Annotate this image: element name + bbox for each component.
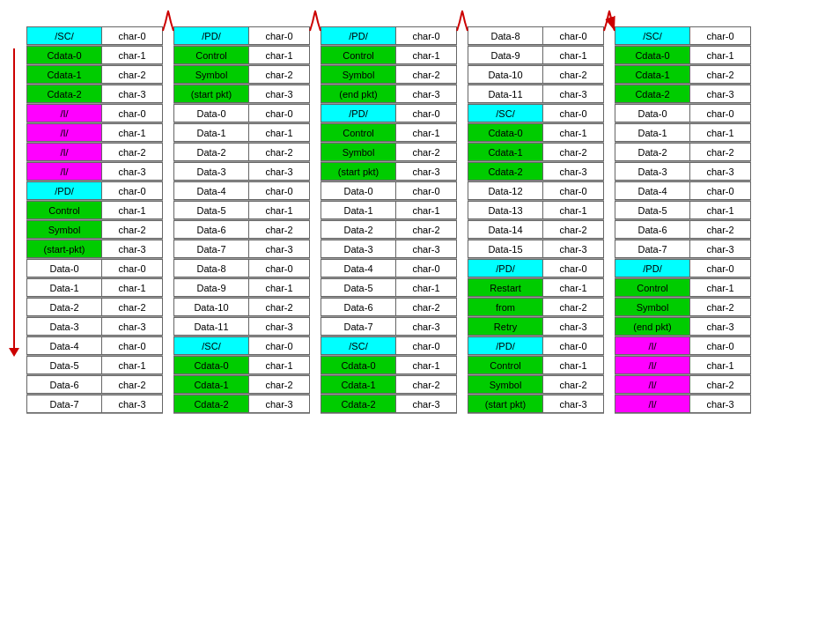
table-row: Data-7char-3 bbox=[26, 395, 163, 414]
cell-left: Symbol bbox=[615, 298, 689, 316]
cell-right: char-0 bbox=[542, 336, 604, 355]
table-row: Controlchar-1 bbox=[321, 46, 457, 65]
cell-left: Cdata-2 bbox=[468, 162, 542, 181]
table-row: (end pkt)char-3 bbox=[615, 317, 751, 336]
table-row: /I/char-1 bbox=[26, 123, 163, 143]
table-row: Data-6char-2 bbox=[321, 298, 457, 317]
cell-left: Data-7 bbox=[173, 240, 248, 258]
cell-left: Data-5 bbox=[173, 201, 248, 219]
cell-right: char-1 bbox=[101, 278, 163, 297]
cell-left: (start-pkt) bbox=[26, 240, 101, 258]
cell-right: char-1 bbox=[395, 356, 457, 374]
cell-right: char-1 bbox=[395, 46, 457, 64]
table-row: Data-2char-2 bbox=[321, 220, 457, 240]
cell-right: char-0 bbox=[248, 26, 310, 45]
cell-left: /I/ bbox=[615, 375, 689, 394]
table-row: Controlchar-1 bbox=[615, 278, 751, 298]
cell-right: char-3 bbox=[248, 395, 310, 413]
table-row: Data-3char-3 bbox=[615, 162, 751, 181]
table-row: (start pkt)char-3 bbox=[321, 162, 457, 181]
cell-right: char-1 bbox=[689, 356, 751, 374]
cell-left: Cdata-1 bbox=[26, 65, 101, 84]
cell-right: char-1 bbox=[101, 356, 163, 374]
cell-left: /SC/ bbox=[615, 26, 689, 45]
cell-left: Data-5 bbox=[26, 356, 101, 374]
cell-right: char-2 bbox=[101, 65, 163, 84]
time-line bbox=[13, 48, 15, 348]
table-row: /SC/char-0 bbox=[468, 104, 604, 123]
table-row: /I/char-3 bbox=[26, 162, 163, 181]
cell-left: Data-1 bbox=[615, 123, 689, 142]
cell-right: char-1 bbox=[248, 356, 310, 374]
table-row: Data-1char-1 bbox=[615, 123, 751, 143]
cell-right: char-2 bbox=[395, 143, 457, 161]
table-row: Data-10char-2 bbox=[173, 298, 310, 317]
cell-left: Data-9 bbox=[173, 278, 248, 297]
cell-left: Cdata-2 bbox=[26, 85, 101, 103]
cell-right: char-3 bbox=[689, 395, 751, 413]
cell-right: char-1 bbox=[101, 123, 163, 142]
column-2: /PD/char-0Controlchar-1Symbolchar-2(star… bbox=[173, 26, 310, 414]
cell-left: Data-6 bbox=[173, 220, 248, 239]
table-row: Data-3char-3 bbox=[173, 162, 310, 181]
cell-left: Data-2 bbox=[26, 298, 101, 316]
table-row: Data-11char-3 bbox=[468, 85, 604, 104]
column-1: /SC/char-0Cdata-0char-1Cdata-1char-2Cdat… bbox=[26, 26, 163, 414]
cell-right: char-0 bbox=[101, 336, 163, 355]
cell-right: char-2 bbox=[248, 143, 310, 161]
cell-left: Data-0 bbox=[321, 181, 395, 200]
cell-left: /I/ bbox=[615, 356, 689, 374]
cell-right: char-2 bbox=[101, 375, 163, 394]
cell-right: char-1 bbox=[395, 201, 457, 219]
cell-left: Data-5 bbox=[615, 201, 689, 219]
table-row: /PD/char-0 bbox=[468, 259, 604, 278]
cell-right: char-2 bbox=[542, 65, 604, 84]
cell-left: /I/ bbox=[615, 395, 689, 413]
cell-right: char-0 bbox=[689, 336, 751, 355]
table-row: /PD/char-0 bbox=[321, 26, 457, 46]
cell-left: Cdata-1 bbox=[468, 143, 542, 161]
cell-right: char-1 bbox=[248, 123, 310, 142]
cell-right: char-3 bbox=[689, 162, 751, 181]
column-5: /SC/char-0Cdata-0char-1Cdata-1char-2Cdat… bbox=[615, 26, 751, 414]
table-row: Controlchar-1 bbox=[26, 201, 163, 220]
cell-left: Cdata-1 bbox=[615, 65, 689, 84]
cell-left: Data-6 bbox=[615, 220, 689, 239]
cell-right: char-1 bbox=[248, 201, 310, 219]
cell-left: Cdata-1 bbox=[321, 375, 395, 394]
cell-left: Symbol bbox=[321, 65, 395, 84]
cell-right: char-3 bbox=[395, 317, 457, 336]
cell-right: char-2 bbox=[542, 375, 604, 394]
cell-left: /PD/ bbox=[468, 259, 542, 277]
table-row: Data-0char-0 bbox=[615, 104, 751, 123]
table-row: Cdata-1char-2 bbox=[26, 65, 163, 85]
table-row: /I/char-1 bbox=[615, 356, 751, 375]
table-row: Symbolchar-2 bbox=[173, 65, 310, 85]
cell-left: Retry bbox=[468, 317, 542, 336]
cell-left: (end pkt) bbox=[321, 85, 395, 103]
table-row: Data-13char-1 bbox=[468, 201, 604, 220]
cell-left: /SC/ bbox=[468, 104, 542, 122]
table-row: Data-6char-2 bbox=[26, 375, 163, 395]
table-row: Data-5char-1 bbox=[173, 201, 310, 220]
columns-container: /SC/char-0Cdata-0char-1Cdata-1char-2Cdat… bbox=[26, 26, 751, 414]
table-row: Data-11char-3 bbox=[173, 317, 310, 336]
cell-right: char-1 bbox=[689, 201, 751, 219]
cell-left: /SC/ bbox=[173, 336, 248, 355]
table-row: Retrychar-3 bbox=[468, 317, 604, 336]
cell-left: Data-11 bbox=[468, 85, 542, 103]
cell-left: /I/ bbox=[26, 123, 101, 142]
table-row: Controlchar-1 bbox=[468, 356, 604, 375]
table-row: Cdata-1char-2 bbox=[468, 143, 604, 162]
cell-right: char-2 bbox=[689, 65, 751, 84]
cell-right: char-0 bbox=[689, 26, 751, 45]
cell-left: (start pkt) bbox=[321, 162, 395, 181]
cell-right: char-1 bbox=[395, 278, 457, 297]
cell-right: char-0 bbox=[689, 259, 751, 277]
cell-right: char-1 bbox=[101, 46, 163, 64]
table-row: Cdata-0char-1 bbox=[615, 46, 751, 65]
cell-right: char-3 bbox=[689, 240, 751, 258]
table-row: Data-9char-1 bbox=[173, 278, 310, 298]
table-row: /PD/char-0 bbox=[26, 181, 163, 201]
table-row: Data-7char-3 bbox=[615, 240, 751, 259]
